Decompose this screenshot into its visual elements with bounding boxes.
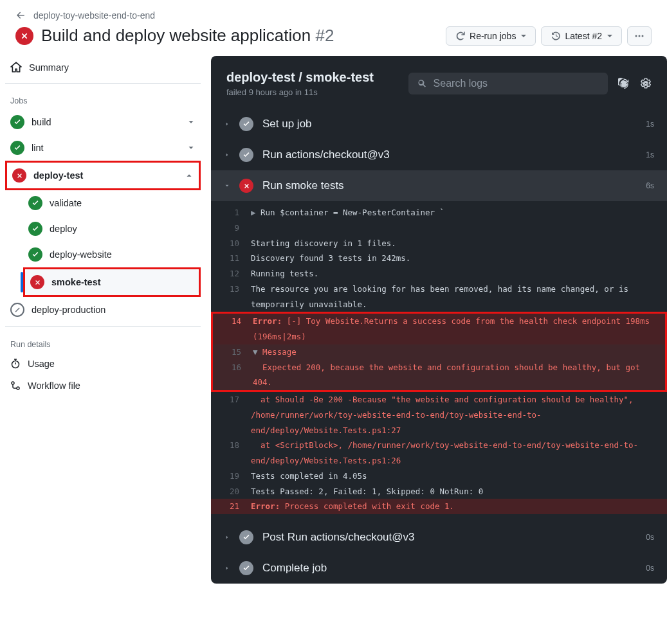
step-set-up-job[interactable]: Set up job 1s	[211, 109, 667, 139]
search-icon	[417, 78, 427, 89]
jobs-header: Jobs	[5, 87, 201, 109]
breadcrumb-item[interactable]: deploy-toy-website-end-to-end	[33, 10, 155, 21]
check-icon	[10, 141, 24, 155]
sidebar-job-smoke-test[interactable]: smoke-test	[25, 269, 199, 295]
sync-icon	[455, 31, 466, 41]
check-icon	[239, 561, 253, 575]
sidebar: Summary Jobs build lint deploy-test vali…	[0, 56, 211, 584]
chevron-right-icon	[224, 121, 230, 127]
chevron-down-icon	[224, 183, 230, 189]
chevron-right-icon	[224, 152, 230, 158]
log-line[interactable]: 13The resource you are looking for has b…	[211, 282, 667, 312]
log-line[interactable]: 11Discovery found 3 tests in 242ms.	[211, 251, 667, 266]
svg-point-5	[17, 387, 19, 389]
chevron-right-icon	[224, 565, 230, 571]
log-line[interactable]: 20Tests Passed: 2, Failed: 1, Skipped: 0…	[211, 484, 667, 499]
skip-icon	[10, 303, 24, 317]
check-icon	[10, 115, 24, 129]
rerun-jobs-button[interactable]: Re-run jobs	[446, 26, 536, 46]
chevron-up-icon	[185, 171, 194, 180]
chevron-down-icon	[187, 118, 196, 127]
sidebar-job-deploy[interactable]: deploy	[23, 216, 201, 242]
breadcrumb[interactable]: deploy-toy-website-end-to-end	[15, 10, 652, 21]
chevron-right-icon	[224, 534, 230, 541]
sidebar-job-deploy-test[interactable]: deploy-test	[7, 163, 199, 188]
kebab-button[interactable]	[627, 26, 652, 46]
check-icon	[239, 148, 253, 162]
log-line[interactable]: 17 at Should -Be 200 -Because "the websi…	[211, 392, 667, 438]
sidebar-usage[interactable]: Usage	[5, 353, 201, 375]
svg-point-2	[642, 35, 644, 37]
log-line-error[interactable]: 21Error: Process completed with exit cod…	[211, 499, 667, 514]
x-icon	[239, 179, 253, 193]
log-header: deploy-test / smoke-test failed 9 hours …	[211, 56, 667, 109]
log-subtitle: failed 9 hours ago in 11s	[226, 87, 374, 97]
sidebar-job-deploy-website[interactable]: deploy-website	[23, 242, 201, 267]
log-line[interactable]: 16 Expected 200, because the website and…	[213, 360, 665, 391]
caret-down-icon	[607, 35, 612, 37]
check-icon	[239, 117, 253, 131]
log-line[interactable]: 9	[211, 220, 667, 236]
page-title: Build and deploy website application #2	[41, 26, 334, 46]
log-line-error[interactable]: 14Error: [-] Toy Website.Returns a succe…	[213, 314, 665, 344]
home-icon	[10, 62, 22, 73]
chevron-down-icon	[187, 143, 196, 152]
check-icon	[239, 530, 253, 544]
log-line[interactable]: 10Starting discovery in 1 files.	[211, 236, 667, 251]
search-input[interactable]	[434, 78, 599, 89]
check-icon	[28, 247, 42, 262]
caret-down-icon	[521, 35, 526, 37]
log-panel: deploy-test / smoke-test failed 9 hours …	[211, 56, 667, 584]
step-run-checkout[interactable]: Run actions/checkout@v3 1s	[211, 139, 667, 170]
workflow-icon	[10, 380, 21, 391]
latest-run-button[interactable]: Latest #2	[541, 26, 622, 46]
log-title: deploy-test / smoke-test	[226, 70, 374, 85]
history-icon	[551, 31, 561, 41]
step-run-smoke-tests[interactable]: Run smoke tests 6s	[211, 170, 667, 201]
run-status-fail-icon	[15, 27, 33, 45]
sidebar-job-build[interactable]: build	[5, 109, 201, 135]
log-line[interactable]: 1▶ Run $container = New-PesterContainer …	[211, 205, 667, 220]
page-header: deploy-toy-website-end-to-end Build and …	[0, 0, 667, 56]
refresh-button[interactable]	[618, 78, 630, 89]
check-icon	[28, 196, 42, 210]
sidebar-job-lint[interactable]: lint	[5, 135, 201, 161]
x-icon	[12, 168, 26, 183]
kebab-icon	[634, 31, 644, 41]
check-icon	[28, 222, 42, 236]
log-output: 1▶ Run $container = New-PesterContainer …	[211, 201, 667, 518]
x-icon	[30, 275, 44, 289]
log-line[interactable]: 19Tests completed in 4.05s	[211, 469, 667, 484]
step-post-run-checkout[interactable]: Post Run actions/checkout@v3 0s	[211, 522, 667, 553]
gear-button[interactable]	[640, 78, 652, 89]
svg-point-4	[12, 382, 14, 384]
search-logs[interactable]	[408, 73, 608, 94]
log-line[interactable]: 15▼ Message	[213, 344, 665, 360]
sidebar-job-validate[interactable]: validate	[23, 190, 201, 216]
log-line[interactable]: 12Running tests.	[211, 266, 667, 282]
sidebar-summary[interactable]: Summary	[5, 56, 201, 79]
svg-point-1	[639, 35, 641, 37]
svg-point-0	[635, 35, 637, 37]
arrow-left-icon[interactable]	[15, 10, 26, 21]
step-complete-job[interactable]: Complete job 0s	[211, 553, 667, 584]
sidebar-workflow-file[interactable]: Workflow file	[5, 375, 201, 397]
stopwatch-icon	[10, 359, 21, 369]
sidebar-job-deploy-production[interactable]: deploy-production	[5, 297, 201, 323]
run-details-header: Run details	[5, 331, 201, 353]
log-line[interactable]: 18 at <ScriptBlock>, /home/runner/work/t…	[211, 438, 667, 469]
